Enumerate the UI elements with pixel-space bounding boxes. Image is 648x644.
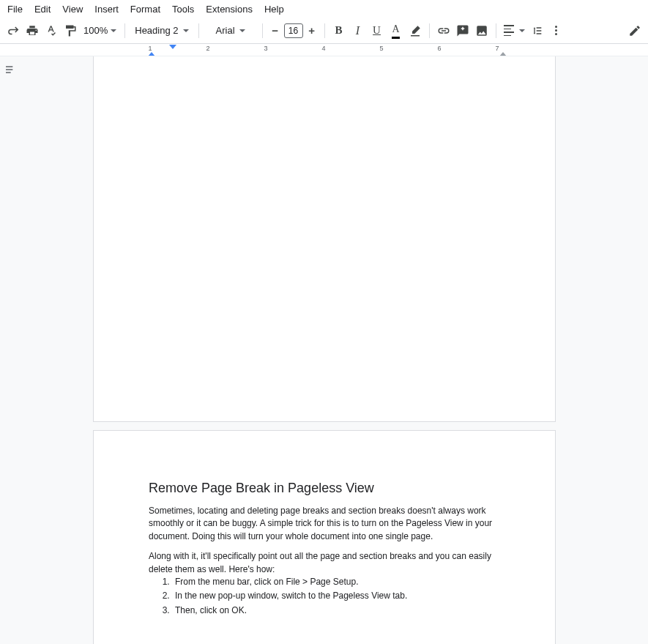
insert-link-button[interactable] xyxy=(435,21,453,40)
menubar: File Edit View Insert Format Tools Exten… xyxy=(0,0,648,18)
editing-mode-button[interactable] xyxy=(626,21,644,40)
insert-image-button[interactable] xyxy=(473,21,491,40)
paragraph[interactable]: Along with it, it'll specifically point … xyxy=(149,550,500,576)
list-item[interactable]: In the new pop-up window, switch to the … xyxy=(172,590,500,602)
font-select[interactable]: Arial xyxy=(204,25,257,36)
chevron-down-icon xyxy=(239,29,245,32)
paint-format-button[interactable] xyxy=(62,21,79,40)
italic-button[interactable]: I xyxy=(349,21,367,40)
ruler-tick: 2 xyxy=(206,45,209,52)
paragraph[interactable]: If you have section breaks on your pages… xyxy=(149,56,500,58)
separator xyxy=(262,23,263,38)
ruler-tick: 7 xyxy=(495,45,499,52)
list-item[interactable]: From the menu bar, click on File > Page … xyxy=(172,576,500,588)
menu-help[interactable]: Help xyxy=(258,1,290,17)
first-line-indent-marker[interactable] xyxy=(169,45,176,49)
chevron-down-icon xyxy=(519,29,525,32)
separator xyxy=(429,23,430,38)
highlight-color-button[interactable] xyxy=(406,21,424,40)
chevron-down-icon xyxy=(111,29,116,32)
ruler-tick: 1 xyxy=(148,45,152,52)
document-page[interactable]: The page break has now disappeared. If y… xyxy=(93,56,556,422)
toolbar: 100% Heading 2 Arial − 16 + B I U A xyxy=(0,18,648,44)
line-spacing-button[interactable] xyxy=(529,21,546,40)
menu-file[interactable]: File xyxy=(1,1,29,17)
menu-view[interactable]: View xyxy=(56,1,89,17)
show-outline-button[interactable] xyxy=(3,64,18,78)
menu-insert[interactable]: Insert xyxy=(89,1,124,17)
zoom-select[interactable]: 100% xyxy=(81,25,119,36)
zoom-value: 100% xyxy=(83,25,108,36)
paragraph[interactable]: Sometimes, locating and deleting page br… xyxy=(149,505,500,543)
font-size-increase[interactable]: + xyxy=(305,23,319,38)
print-button[interactable] xyxy=(23,21,41,40)
more-vert-icon xyxy=(555,26,557,35)
document-surface: The page break has now disappeared. If y… xyxy=(0,56,648,644)
paragraph-style-value: Heading 2 xyxy=(135,25,178,36)
heading-text: Remove Page Break in Pageless View xyxy=(149,481,374,495)
separator xyxy=(324,23,325,38)
paragraph-style-select[interactable]: Heading 2 xyxy=(130,25,193,36)
ruler-tick: 3 xyxy=(264,45,267,52)
bold-button[interactable]: B xyxy=(330,21,348,40)
ruler-tick: 5 xyxy=(379,45,383,52)
chevron-down-icon xyxy=(183,29,189,32)
ruler-tick: 6 xyxy=(437,45,441,52)
separator xyxy=(198,23,199,38)
font-value: Arial xyxy=(216,25,235,36)
menu-extensions[interactable]: Extensions xyxy=(200,1,258,17)
spellcheck-button[interactable] xyxy=(42,21,60,40)
menu-edit[interactable]: Edit xyxy=(29,1,56,17)
separator xyxy=(124,23,125,38)
menu-tools[interactable]: Tools xyxy=(166,1,200,17)
font-size-decrease[interactable]: − xyxy=(268,23,283,38)
redo-button[interactable] xyxy=(4,21,22,40)
font-size-control: − 16 + xyxy=(268,23,319,38)
insert-comment-button[interactable] xyxy=(454,21,472,40)
align-icon xyxy=(504,25,517,36)
align-button[interactable] xyxy=(502,21,527,40)
text-color-button[interactable]: A xyxy=(387,21,405,40)
font-size-input[interactable]: 16 xyxy=(284,23,303,38)
ruler[interactable]: 1 2 3 4 5 6 7 xyxy=(0,44,648,56)
line-spacing-icon xyxy=(532,25,543,37)
list-item[interactable]: Then, click on OK. xyxy=(172,604,500,617)
underline-button[interactable]: U xyxy=(368,21,386,40)
document-page[interactable]: Remove Page Break in Pageless View Somet… xyxy=(93,430,556,644)
more-button[interactable] xyxy=(548,21,565,40)
separator xyxy=(496,23,496,38)
menu-format[interactable]: Format xyxy=(124,1,166,17)
heading-2[interactable]: Remove Page Break in Pageless View xyxy=(149,478,500,497)
ruler-tick: 4 xyxy=(321,45,325,52)
